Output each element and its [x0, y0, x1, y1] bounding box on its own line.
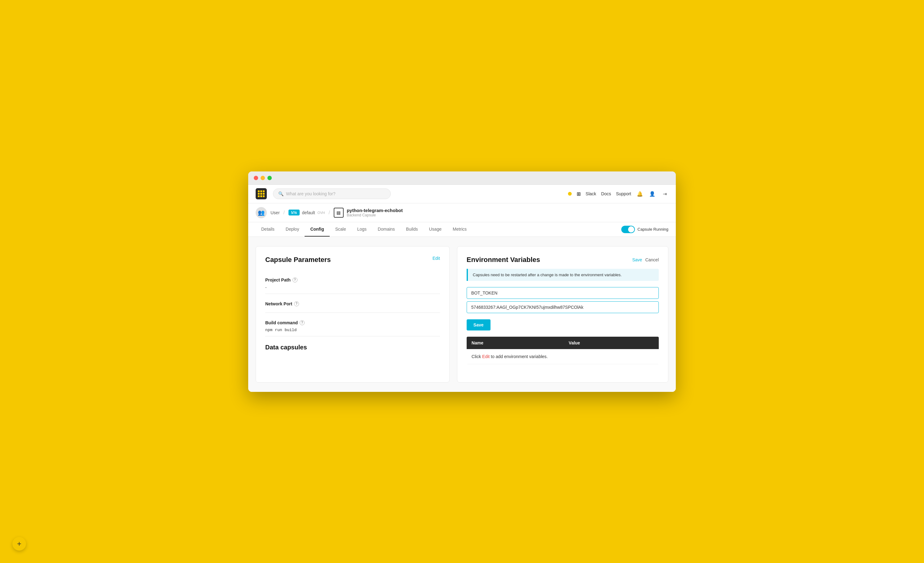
info-message: Capsules need to be restarted after a ch…	[473, 273, 622, 277]
save-link[interactable]: Save	[632, 257, 642, 262]
project-path-value: -	[265, 285, 440, 294]
save-button[interactable]: Save	[466, 319, 490, 330]
edit-link[interactable]: Edit	[433, 256, 440, 261]
breadcrumb: 👥 User / V/s default OVH / ▤ python-tele…	[248, 203, 676, 222]
search-icon: 🔍	[278, 191, 284, 196]
panel-header: Capsule Parameters Edit	[265, 256, 440, 271]
env-empty-message: Click Edit to add environment variables.	[466, 349, 659, 364]
tab-config[interactable]: Config	[304, 222, 329, 237]
network-port-value	[265, 309, 440, 313]
namespace-sub: OVH	[318, 211, 325, 215]
tab-logs[interactable]: Logs	[352, 222, 372, 237]
close-button[interactable]	[254, 176, 258, 180]
capsule-toggle[interactable]: Capsule Running	[621, 226, 668, 233]
docs-link[interactable]: Docs	[601, 191, 611, 196]
main-content: Capsule Parameters Edit Project Path ? -…	[248, 237, 676, 392]
project-path-label: Project Path ?	[265, 278, 440, 282]
env-vars-title: Environment Variables	[466, 256, 540, 264]
user-avatar: 👥	[256, 207, 267, 218]
env-vars-table: Name Value Click Edit to add environment…	[466, 337, 659, 364]
data-capsules-title: Data capsules	[265, 344, 440, 351]
breadcrumb-project: ▤ python-telegram-echobot Backend Capsul…	[334, 208, 403, 218]
support-link[interactable]: Support	[616, 191, 631, 196]
project-path-help-icon[interactable]: ?	[292, 278, 297, 282]
build-command-value: npm run build	[265, 328, 440, 336]
notifications-icon[interactable]: 🔔	[636, 190, 644, 198]
app-logo	[256, 188, 267, 199]
network-port-field: Network Port ?	[265, 301, 440, 313]
titlebar	[248, 171, 676, 185]
project-icon: ▤	[334, 208, 344, 218]
env-key-group	[466, 287, 659, 315]
env-value-input[interactable]	[466, 301, 659, 313]
nav-tabs: Details Deploy Config Scale Logs Domains…	[248, 222, 676, 237]
tab-scale[interactable]: Scale	[330, 222, 352, 237]
capsule-running-label: Capsule Running	[638, 227, 668, 231]
env-vars-header: Environment Variables Save Cancel	[466, 256, 659, 264]
user-label: User	[270, 210, 280, 215]
project-path-field: Project Path ? -	[265, 278, 440, 294]
minimize-button[interactable]	[261, 176, 265, 180]
ovh-badge: V/s	[288, 210, 300, 215]
breadcrumb-sep-2: /	[328, 210, 330, 215]
capsule-params-title: Capsule Parameters	[265, 256, 331, 264]
search-placeholder: What are you looking for?	[286, 191, 336, 196]
tab-builds[interactable]: Builds	[400, 222, 423, 237]
breadcrumb-namespace: V/s default OVH	[288, 210, 325, 215]
status-indicator	[568, 192, 572, 196]
col-value: Value	[564, 337, 659, 349]
toggle-track[interactable]	[621, 226, 635, 233]
slack-link[interactable]: Slack	[586, 191, 596, 196]
breadcrumb-sep-1: /	[284, 210, 285, 215]
maximize-button[interactable]	[267, 176, 272, 180]
project-name: python-telegram-echobot	[347, 208, 403, 213]
env-empty-row: Click Edit to add environment variables.	[466, 349, 659, 364]
tab-usage[interactable]: Usage	[424, 222, 447, 237]
namespace-label: default	[302, 210, 315, 215]
build-command-help-icon[interactable]: ?	[300, 320, 304, 325]
env-edit-inline-link[interactable]: Edit	[482, 354, 490, 359]
network-port-label: Network Port ?	[265, 301, 440, 306]
user-icon[interactable]: 👤	[648, 190, 656, 198]
breadcrumb-user: User	[270, 210, 280, 215]
nav-right: Capsule Running	[621, 226, 668, 233]
col-name: Name	[466, 337, 564, 349]
tab-domains[interactable]: Domains	[372, 222, 400, 237]
slack-icon: ⊞	[577, 191, 580, 197]
build-command-label: Build command ?	[265, 320, 440, 325]
tab-deploy[interactable]: Deploy	[280, 222, 305, 237]
search-bar[interactable]: 🔍 What are you looking for?	[273, 189, 391, 199]
fab-button[interactable]: +	[12, 537, 26, 551]
project-sub: Backend Capsule	[347, 213, 403, 217]
capsule-parameters-panel: Capsule Parameters Edit Project Path ? -…	[256, 246, 450, 383]
tab-metrics[interactable]: Metrics	[447, 222, 472, 237]
tab-details[interactable]: Details	[256, 222, 280, 237]
build-command-field: Build command ? npm run build	[265, 320, 440, 336]
toggle-thumb	[628, 226, 634, 233]
network-port-help-icon[interactable]: ?	[294, 301, 299, 306]
header-right: ⊞ Slack Docs Support 🔔 👤 ⇥	[568, 190, 668, 198]
env-info-banner: Capsules need to be restarted after a ch…	[466, 269, 659, 281]
logout-icon[interactable]: ⇥	[661, 190, 668, 198]
env-vars-panel: Environment Variables Save Cancel Capsul…	[457, 246, 668, 383]
env-key-input[interactable]	[466, 287, 659, 299]
header-bar: 🔍 What are you looking for? ⊞ Slack Docs…	[248, 185, 676, 203]
env-vars-actions: Save Cancel	[632, 257, 659, 262]
cancel-link[interactable]: Cancel	[645, 257, 659, 262]
